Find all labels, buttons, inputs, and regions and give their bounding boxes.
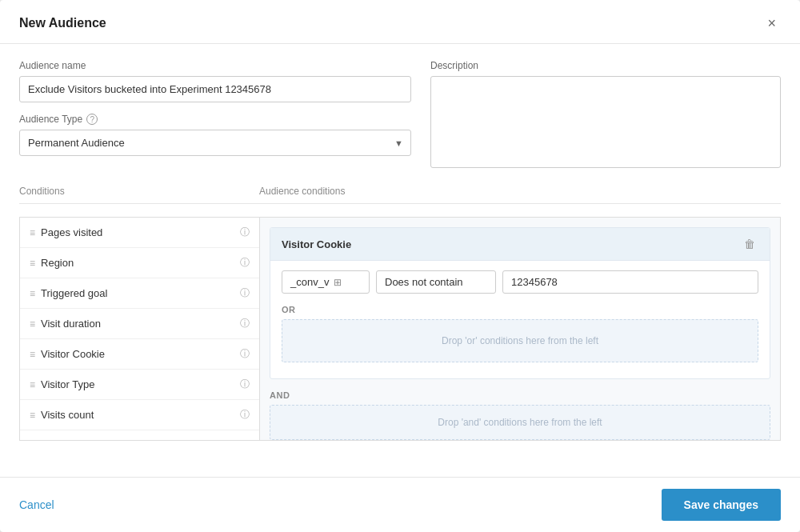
description-label: Description (430, 60, 781, 71)
condition-item-visitor-type[interactable]: ≡ Visitor Type ⓘ (20, 370, 259, 400)
audience-type-help-icon[interactable]: ? (86, 114, 98, 125)
drag-handle-visit-duration: ≡ (30, 318, 34, 330)
info-icon-visitor-type[interactable]: ⓘ (240, 378, 250, 391)
modal-body: Audience name Audience Type ? Permanent … (0, 44, 800, 467)
condition-item-visit-duration[interactable]: ≡ Visit duration ⓘ (20, 309, 259, 339)
condition-field-row: _conv_v ⊞ Does not contain Contains Equa… (282, 270, 758, 294)
condition-name-visits-count: Visits count (41, 409, 94, 421)
conditions-list-wrapper: ≡ Pages visited ⓘ ≡ Region ⓘ (19, 217, 259, 441)
drag-handle-pages-visited: ≡ (30, 227, 34, 238)
drag-handle-visitor-cookie: ≡ (30, 349, 34, 360)
drag-handle-triggered-goal: ≡ (30, 288, 34, 299)
field-icon: ⊞ (334, 277, 342, 288)
audience-type-select[interactable]: Permanent Audience Session Audience (19, 130, 411, 156)
condition-item-pages-visited[interactable]: ≡ Pages visited ⓘ (20, 218, 259, 248)
and-label: AND (270, 387, 770, 405)
form-right-col: Description (430, 60, 781, 170)
condition-name-pages-visited: Pages visited (41, 226, 102, 238)
cancel-button[interactable]: Cancel (19, 495, 54, 514)
audience-name-label: Audience name (19, 60, 411, 71)
visitor-cookie-card-title: Visitor Cookie (282, 238, 351, 250)
condition-item-visits-count[interactable]: ≡ Visits count ⓘ (20, 400, 259, 430)
condition-operator-wrapper: Does not contain Contains Equals Starts … (376, 270, 496, 294)
section-labels-row: Conditions Audience conditions (19, 185, 781, 197)
condition-item-triggered-goal[interactable]: ≡ Triggered goal ⓘ (20, 278, 259, 309)
condition-name-triggered-goal: Triggered goal (41, 287, 107, 299)
condition-operator-select[interactable]: Does not contain Contains Equals Starts … (376, 270, 496, 294)
info-icon-visit-duration[interactable]: ⓘ (240, 317, 250, 330)
condition-item-visitor-cookie[interactable]: ≡ Visitor Cookie ⓘ (20, 339, 259, 370)
info-icon-pages-visited[interactable]: ⓘ (240, 226, 250, 239)
info-icon-triggered-goal[interactable]: ⓘ (240, 286, 250, 300)
conditions-list-scroll[interactable]: ≡ Pages visited ⓘ ≡ Region ⓘ (19, 217, 259, 441)
and-drop-zone: Drop 'and' conditions here from the left (270, 405, 770, 440)
modal: New Audience × Audience name Audience Ty… (0, 0, 800, 532)
close-button[interactable]: × (762, 14, 781, 32)
conditions-section-label: Conditions (19, 185, 259, 197)
or-drop-zone: Drop 'or' conditions here from the left (282, 319, 758, 362)
audience-conditions-inner: Visitor Cookie 🗑 _conv_v ⊞ (260, 218, 780, 441)
info-icon-visits-count[interactable]: ⓘ (240, 408, 250, 422)
audience-type-select-wrapper: Permanent Audience Session Audience ▼ (19, 130, 411, 156)
description-textarea[interactable] (430, 76, 781, 168)
condition-field-value: _conv_v ⊞ (282, 270, 370, 294)
condition-item-region[interactable]: ≡ Region ⓘ (20, 248, 259, 278)
audience-type-label: Audience Type ? (19, 114, 411, 125)
audience-conditions-section-label: Audience conditions (259, 185, 781, 197)
or-label: OR (282, 302, 758, 319)
visitor-cookie-card: Visitor Cookie 🗑 _conv_v ⊞ (270, 227, 770, 379)
info-icon-visitor-cookie[interactable]: ⓘ (240, 347, 250, 361)
visitor-cookie-card-header: Visitor Cookie 🗑 (270, 228, 770, 261)
drag-handle-visits-count: ≡ (30, 410, 34, 421)
visitor-cookie-delete-button[interactable]: 🗑 (741, 236, 758, 252)
modal-title: New Audience (19, 16, 106, 30)
condition-value-input[interactable] (502, 270, 758, 294)
drag-handle-visitor-type: ≡ (30, 379, 34, 390)
conditions-section: ≡ Pages visited ⓘ ≡ Region ⓘ (19, 203, 781, 441)
modal-header: New Audience × (0, 0, 800, 44)
audience-name-input[interactable] (19, 76, 411, 102)
condition-name-visit-duration: Visit duration (41, 318, 101, 330)
info-icon-region[interactable]: ⓘ (240, 256, 250, 270)
save-changes-button[interactable]: Save changes (662, 489, 781, 521)
condition-name-region: Region (41, 257, 74, 269)
form-left-col: Audience name Audience Type ? Permanent … (19, 60, 411, 170)
condition-name-visitor-cookie: Visitor Cookie (41, 348, 105, 360)
condition-name-visitor-type: Visitor Type (41, 378, 94, 390)
modal-footer: Cancel Save changes (0, 477, 800, 532)
audience-conditions-wrapper: Visitor Cookie 🗑 _conv_v ⊞ (259, 217, 781, 441)
drag-handle-region: ≡ (30, 258, 34, 269)
visitor-cookie-card-body: _conv_v ⊞ Does not contain Contains Equa… (270, 261, 770, 378)
top-form-row: Audience name Audience Type ? Permanent … (19, 60, 781, 170)
audience-conditions-scroll[interactable]: Visitor Cookie 🗑 _conv_v ⊞ (259, 217, 781, 441)
